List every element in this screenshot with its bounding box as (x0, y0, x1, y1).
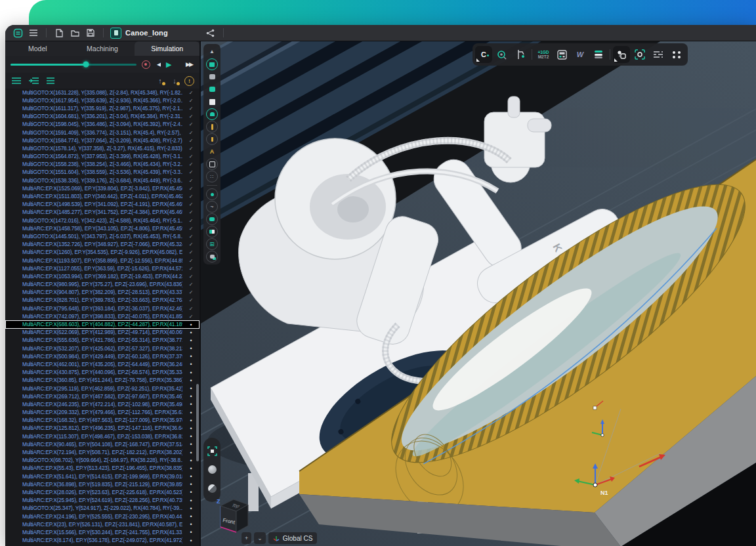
program-row[interactable]: MultiARC:EP.X(1127.055), EP.Y(363.59), E… (5, 264, 200, 272)
program-row[interactable]: MultiGOTO:X(1584.774), Y(337.064), Z(-3.… (5, 136, 200, 144)
target-icon[interactable] (631, 46, 648, 63)
program-row[interactable]: MultiARC:EP.X(1525.069), EP.Y(339.804), … (5, 184, 200, 192)
save-icon[interactable] (85, 27, 96, 39)
warnings-icon[interactable]: ! (184, 76, 194, 86)
program-row[interactable]: MultiGOTO:X(1538.336), Y(339.176), Z(-3.… (5, 177, 200, 184)
program-row[interactable]: MultiARC:EP.X(8.174), EP.Y(536.178), EP.… (5, 537, 200, 545)
program-row[interactable]: MultiARC:EP.X(688.603), EP.Y(404.882), E… (5, 320, 200, 328)
menu-icon[interactable] (28, 27, 39, 39)
machine-active-icon[interactable] (205, 84, 219, 94)
new-file-icon[interactable] (53, 27, 65, 39)
axis-lock-icon[interactable]: A (205, 146, 219, 157)
program-row[interactable]: MultiARC:EP.X(269.712), EP.Y(467.582), E… (5, 392, 200, 400)
prev-issue-icon[interactable]: ↑ (156, 77, 165, 85)
open-folder-icon[interactable] (69, 27, 81, 39)
program-row[interactable]: MultiARC:EP.X(72.194), EP.Y(508.71), EP.… (5, 448, 200, 456)
collapse-list-icon[interactable] (45, 75, 56, 86)
program-row[interactable]: MultiARC:EP.X(555.636), EP.Y(421.786), E… (5, 337, 200, 345)
program-row[interactable]: MultiARC:EP.X(980.995), EP.Y(375.27), EP… (5, 281, 200, 289)
program-row[interactable]: MultiARC:EP.X(430.875), EP.Y(440.096), E… (5, 369, 200, 377)
waveform-icon[interactable]: W (572, 46, 589, 63)
program-row[interactable]: MultiGOTO:X(1611.317), Y(335.919), Z(-2.… (5, 104, 200, 112)
program-row[interactable]: MultiARC:EP.X(622.069), EP.Y(412.989), E… (5, 329, 200, 337)
collapse-strip-icon[interactable]: ▲ (205, 47, 219, 57)
program-row[interactable]: MultiGOTO:X(1598.045), Y(336.486), Z(-3.… (5, 121, 200, 129)
program-row[interactable]: MultiARC:EP.X(360.85), EP.Y(451.244), EP… (5, 377, 200, 385)
tab-machining[interactable]: Machining (70, 41, 135, 56)
program-row[interactable]: MultiARC:EP.X(1260), EP.Y(354.535), EP.Z… (5, 249, 200, 257)
playback-slider[interactable] (10, 64, 136, 66)
probe-icon[interactable] (494, 46, 511, 63)
tab-simulation[interactable]: Simulation (135, 41, 200, 56)
program-row[interactable]: MultiARC:EP.X(36.898), EP.Y(519.835), EP… (5, 480, 200, 488)
program-row[interactable]: MultiGOTO:X(25.347), Y(524.917), Z(-229.… (5, 505, 200, 513)
program-row[interactable]: MultiGOTO:X(1564.872), Y(337.953), Z(-3.… (5, 153, 200, 161)
program-row[interactable]: MultiARC:EP.X(1511.803), EP.Y(340.442), … (5, 192, 200, 200)
global-cs-chip[interactable]: Global CS (268, 532, 318, 544)
program-row[interactable]: MultiGOTO:X(1617.954), Y(335.639), Z(-2.… (5, 96, 200, 104)
fit-view-icon[interactable] (205, 446, 219, 456)
point-icon[interactable] (205, 189, 219, 200)
forward-button[interactable]: ▶▶ (184, 59, 194, 70)
program-row[interactable]: MultiARC:EP.X(1498.539), EP.Y(341.092), … (5, 201, 200, 209)
program-row[interactable]: MultiGOTO:X(1472.016), Y(342.423), Z(-4.… (5, 217, 200, 224)
program-row[interactable]: MultiARC:EP.X(23), EP.Y(526.131), EP.Z(-… (5, 520, 200, 528)
program-row[interactable]: MultiARC:EP.X(1352.726), EP.Y(348.927), … (5, 241, 200, 249)
cs-dropdown-button[interactable]: ⌄ (254, 532, 266, 544)
body-point-icon[interactable] (205, 251, 219, 262)
operator-path-icon[interactable] (613, 46, 630, 63)
program-row[interactable]: MultiGOTO:X(1631.228), Y(335.088), Z(-2.… (5, 89, 200, 96)
cutter-tool-icon[interactable] (205, 134, 219, 144)
surface-icon[interactable] (205, 214, 219, 224)
3d-viewport[interactable]: KUKA (201, 41, 756, 546)
program-row[interactable]: MultiARC:EP.X(828.701), EP.Y(389.783), E… (5, 297, 200, 304)
display-options-icon[interactable] (650, 46, 667, 63)
apps-grid-icon[interactable] (668, 46, 685, 63)
program-row[interactable]: MultiGOTO:X(1551.604), Y(338.559), Z(-3.… (5, 169, 200, 177)
layers-icon[interactable] (590, 46, 607, 63)
program-row[interactable]: MultiARC:EP.X(90.465), EP.Y(504.108), EP… (5, 440, 200, 448)
record-button[interactable] (140, 59, 151, 70)
program-row[interactable]: MultiARC:EP.X(15.566), EP.Y(530.244), EP… (5, 528, 200, 536)
program-row[interactable]: MultiARC:EP.X(1458.758), EP.Y(343.105), … (5, 224, 200, 232)
mesh-icon[interactable]: ∷ (205, 171, 219, 182)
program-row[interactable]: MultiGOTO:X(1578.14), Y(337.358), Z(-3.2… (5, 144, 200, 152)
program-row[interactable]: MultiARC:EP.X(500.984), EP.Y(429.449), E… (5, 352, 200, 360)
program-row[interactable]: MultiARC:EP.X(742.097), EP.Y(398.833), E… (5, 312, 200, 320)
caliper-icon[interactable] (512, 46, 529, 63)
play-button[interactable]: ▶ (169, 59, 180, 70)
station-icon[interactable] (205, 109, 219, 119)
program-row[interactable]: MultiARC:EP.X(532.207), EP.Y(425.062), E… (5, 345, 200, 352)
share-icon[interactable] (205, 27, 217, 39)
curve-icon[interactable]: ~ (205, 201, 219, 212)
add-cs-button[interactable]: + (242, 532, 251, 544)
program-row[interactable]: MultiARC:EP.X(904.807), EP.Y(382.209), E… (5, 289, 200, 297)
program-row[interactable]: MultiARC:EP.X(168.32), EP.Y(487.563), EP… (5, 417, 200, 425)
spindle-tool-icon[interactable] (205, 121, 219, 132)
next-issue-icon[interactable]: ↓ (170, 77, 179, 85)
expand-all-icon[interactable] (10, 75, 22, 86)
program-row[interactable]: MultiARC:EP.X(295.119), EP.Y(462.859), E… (5, 385, 200, 392)
program-row[interactable]: MultiARC:EP.X(246.235), EP.Y(472.214), E… (5, 400, 200, 408)
solid-icon[interactable] (205, 226, 219, 237)
program-row[interactable]: MultiARC:EP.X(795.648), EP.Y(393.184), E… (5, 304, 200, 312)
program-row[interactable]: MultiARC:EP.X(1053.994), EP.Y(369.182), … (5, 272, 200, 280)
program-row[interactable]: MultiARC:EP.X(25.945), EP.Y(524.619), EP… (5, 497, 200, 505)
program-row[interactable]: MultiARC:EP.X(462.001), EP.Y(435.205), E… (5, 360, 200, 368)
tab-model[interactable]: Model (5, 41, 70, 56)
program-row[interactable]: MultiARC:EP.X(28.026), EP.Y(523.63), EP.… (5, 488, 200, 496)
robot-cell-icon[interactable] (205, 59, 219, 70)
playback-knob[interactable] (83, 62, 89, 68)
program-row[interactable]: MultiARC:EP.X(1485.277), EP.Y(341.752), … (5, 209, 200, 217)
feed-badge[interactable]: +1GDM2T2 (535, 46, 552, 63)
table-grid-icon[interactable]: ⊞ (205, 239, 219, 249)
program-row[interactable]: MultiARC:EP.X(115.307), EP.Y(498.467), E… (5, 432, 200, 440)
tool-orientation-icon[interactable]: C (475, 46, 492, 63)
program-row[interactable]: MultiGOTO:X(1558.238), Y(338.254), Z(-3.… (5, 161, 200, 169)
program-row[interactable]: MultiARC:EP.X(55.43), EP.Y(513.423), EP.… (5, 465, 200, 472)
program-row[interactable]: MultiARC:EP.X(51.641), EP.Y(514.615), EP… (5, 472, 200, 480)
program-row[interactable]: MultiARC:EP.X(1193.507), EP.Y(358.899), … (5, 257, 200, 264)
program-row[interactable]: MultiARC:EP.X(209.332), EP.Y(479.466), E… (5, 409, 200, 417)
machine-gray-icon[interactable] (205, 72, 219, 82)
list-scrollbar[interactable] (196, 384, 199, 461)
